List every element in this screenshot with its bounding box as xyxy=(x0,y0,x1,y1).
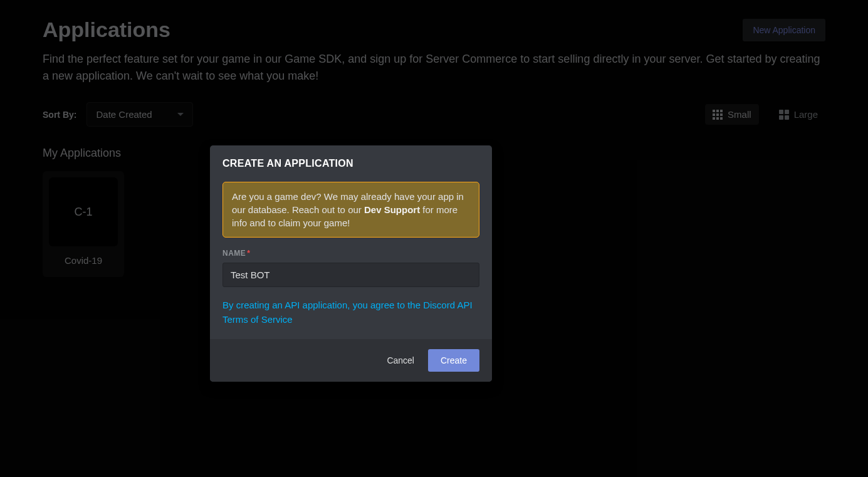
name-input[interactable] xyxy=(222,263,479,287)
modal-title: CREATE AN APPLICATION xyxy=(222,158,479,169)
modal-body: CREATE AN APPLICATION Are you a game dev… xyxy=(210,145,492,339)
required-indicator: * xyxy=(247,249,250,258)
create-button[interactable]: Create xyxy=(428,349,479,372)
cancel-button[interactable]: Cancel xyxy=(387,355,414,365)
name-label-text: NAME xyxy=(222,249,246,258)
dev-support-link[interactable]: Dev Support xyxy=(364,204,420,215)
name-field-label: NAME* xyxy=(222,249,479,258)
modal-footer: Cancel Create xyxy=(210,339,492,382)
create-application-modal: CREATE AN APPLICATION Are you a game dev… xyxy=(210,145,492,382)
dev-support-notice: Are you a game dev? We may already have … xyxy=(222,182,479,238)
tos-link[interactable]: By creating an API application, you agre… xyxy=(222,298,479,327)
modal-overlay[interactable]: CREATE AN APPLICATION Are you a game dev… xyxy=(0,0,868,477)
